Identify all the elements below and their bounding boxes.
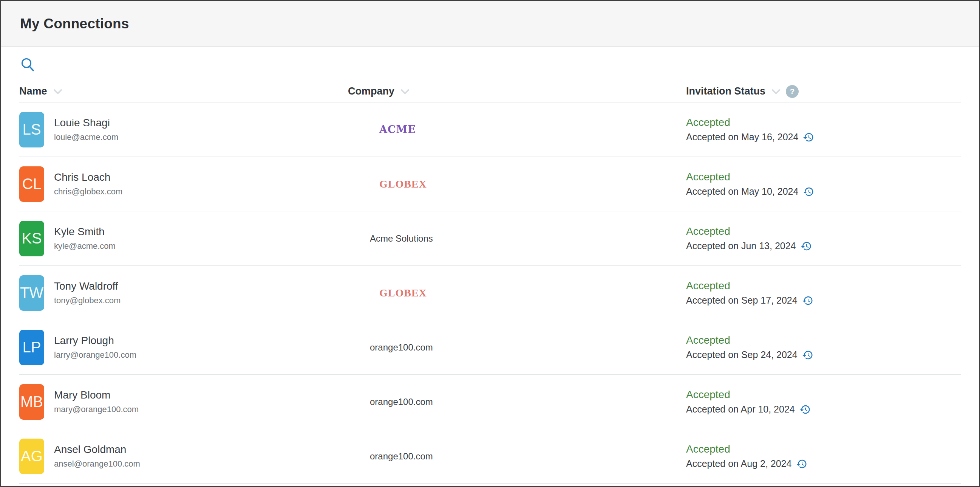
- person-email: ansel@orange100.com: [54, 459, 140, 469]
- status-cell: Accepted Accepted on Sep 24, 2024: [686, 334, 961, 361]
- avatar: AG: [19, 439, 44, 474]
- history-icon[interactable]: [802, 350, 813, 361]
- person-name: Mary Bloom: [54, 389, 138, 401]
- name-stack: Chris Loach chris@globex.com: [54, 171, 123, 196]
- status-cell: Accepted Accepted on Jun 13, 2024: [686, 225, 961, 252]
- table-row[interactable]: MB Mary Bloom mary@orange100.com orange1…: [19, 375, 961, 429]
- search-button[interactable]: [19, 56, 37, 76]
- company-cell: orange100.com: [348, 342, 686, 353]
- status-label: Accepted: [686, 443, 961, 455]
- person-name: Tony Waldroff: [54, 280, 121, 292]
- avatar-initials: KS: [22, 230, 41, 247]
- status-detail: Accepted on Jun 13, 2024: [686, 241, 796, 251]
- status-cell: Accepted Accepted on Aug 2, 2024: [686, 443, 961, 469]
- company-name: ACME: [379, 124, 416, 135]
- status-detail: Accepted on Sep 17, 2024: [686, 295, 797, 306]
- table-row[interactable]: TW Tony Waldroff tony@globex.com GLOBEX …: [19, 266, 961, 320]
- column-header-invitation-status[interactable]: Invitation Status ?: [686, 85, 961, 98]
- page-header: My Connections: [1, 1, 979, 47]
- name-stack: Kyle Smith kyle@acme.com: [54, 226, 116, 251]
- company-name: orange100.com: [370, 397, 433, 407]
- table-body: LS Louie Shagi louie@acme.com ACME Accep…: [19, 102, 961, 484]
- chevron-down-icon[interactable]: [401, 85, 409, 97]
- company-cell: ACME: [348, 124, 686, 135]
- company-name: GLOBEX: [379, 178, 427, 190]
- status-cell: Accepted Accepted on May 10, 2024: [686, 171, 961, 197]
- status-detail-line: Accepted on May 16, 2024: [686, 132, 961, 143]
- history-icon[interactable]: [800, 241, 812, 252]
- company-cell: GLOBEX: [348, 178, 686, 190]
- person-email: mary@orange100.com: [54, 405, 138, 414]
- person-email: chris@globex.com: [54, 187, 123, 196]
- search-bar: [19, 47, 961, 81]
- avatar-initials: LP: [23, 339, 41, 356]
- history-icon[interactable]: [799, 404, 811, 415]
- person-email: kyle@acme.com: [54, 241, 116, 251]
- status-detail: Accepted on Apr 10, 2024: [686, 404, 795, 415]
- person-email: tony@globex.com: [54, 296, 121, 305]
- status-detail: Accepted on May 10, 2024: [686, 186, 798, 197]
- name-cell: LP Larry Plough larry@orange100.com: [19, 330, 348, 365]
- company-cell: orange100.com: [348, 397, 686, 407]
- table-row[interactable]: LS Louie Shagi louie@acme.com ACME Accep…: [19, 102, 961, 157]
- status-label: Accepted: [686, 225, 961, 238]
- history-icon[interactable]: [803, 132, 814, 143]
- company-name: Acme Solutions: [370, 233, 433, 244]
- chevron-down-icon[interactable]: [772, 85, 781, 97]
- help-icon[interactable]: ?: [786, 85, 799, 98]
- status-label: Accepted: [686, 389, 961, 401]
- name-stack: Mary Bloom mary@orange100.com: [54, 389, 138, 414]
- column-header-invitation-status-label: Invitation Status: [686, 85, 765, 97]
- avatar: LS: [19, 112, 44, 147]
- person-name: Larry Plough: [54, 335, 136, 347]
- status-cell: Accepted Accepted on May 16, 2024: [686, 117, 961, 143]
- name-cell: LS Louie Shagi louie@acme.com: [19, 112, 348, 147]
- name-cell: MB Mary Bloom mary@orange100.com: [19, 384, 348, 420]
- name-stack: Ansel Goldman ansel@orange100.com: [54, 444, 140, 469]
- person-email: louie@acme.com: [54, 133, 118, 142]
- my-connections-page: My Connections Name Company: [0, 0, 980, 487]
- status-detail: Accepted on Aug 2, 2024: [686, 458, 791, 469]
- avatar: MB: [19, 384, 44, 420]
- avatar-initials: LS: [23, 121, 41, 138]
- table-row[interactable]: CL Chris Loach chris@globex.com GLOBEX A…: [19, 157, 961, 211]
- column-header-company-label: Company: [348, 85, 395, 97]
- avatar: LP: [19, 330, 44, 365]
- person-name: Chris Loach: [54, 171, 123, 184]
- avatar-initials: CL: [22, 176, 41, 192]
- person-name: Ansel Goldman: [54, 444, 140, 456]
- table-header-row: Name Company Invitation Status ?: [19, 81, 961, 102]
- avatar: KS: [19, 221, 44, 256]
- history-icon[interactable]: [803, 186, 814, 197]
- status-label: Accepted: [686, 171, 961, 183]
- name-cell: CL Chris Loach chris@globex.com: [19, 166, 348, 202]
- avatar-initials: AG: [21, 448, 43, 465]
- status-label: Accepted: [686, 117, 961, 129]
- status-detail-line: Accepted on Sep 24, 2024: [686, 350, 961, 361]
- company-name: orange100.com: [370, 342, 433, 352]
- status-detail-line: Accepted on Apr 10, 2024: [686, 404, 961, 415]
- avatar: TW: [19, 275, 44, 311]
- status-detail-line: Accepted on Aug 2, 2024: [686, 458, 961, 469]
- avatar-initials: TW: [20, 284, 43, 301]
- company-name: GLOBEX: [379, 287, 427, 299]
- column-header-name[interactable]: Name: [19, 85, 348, 97]
- column-header-company[interactable]: Company: [348, 85, 686, 97]
- column-header-name-label: Name: [19, 85, 47, 97]
- search-icon: [20, 69, 36, 75]
- table-row[interactable]: AG Ansel Goldman ansel@orange100.com ora…: [19, 429, 961, 484]
- status-detail-line: Accepted on Jun 13, 2024: [686, 241, 961, 252]
- connections-table: Name Company Invitation Status ?: [1, 47, 979, 484]
- avatar: CL: [19, 166, 44, 202]
- page-title: My Connections: [20, 16, 129, 32]
- name-stack: Tony Waldroff tony@globex.com: [54, 280, 121, 305]
- name-stack: Larry Plough larry@orange100.com: [54, 335, 136, 360]
- table-row[interactable]: KS Kyle Smith kyle@acme.com Acme Solutio…: [19, 211, 961, 266]
- avatar-initials: MB: [21, 393, 43, 410]
- status-label: Accepted: [686, 280, 961, 292]
- table-row[interactable]: LP Larry Plough larry@orange100.com oran…: [19, 320, 961, 375]
- chevron-down-icon[interactable]: [53, 85, 62, 97]
- person-name: Kyle Smith: [54, 226, 116, 238]
- history-icon[interactable]: [796, 458, 807, 469]
- history-icon[interactable]: [802, 295, 813, 306]
